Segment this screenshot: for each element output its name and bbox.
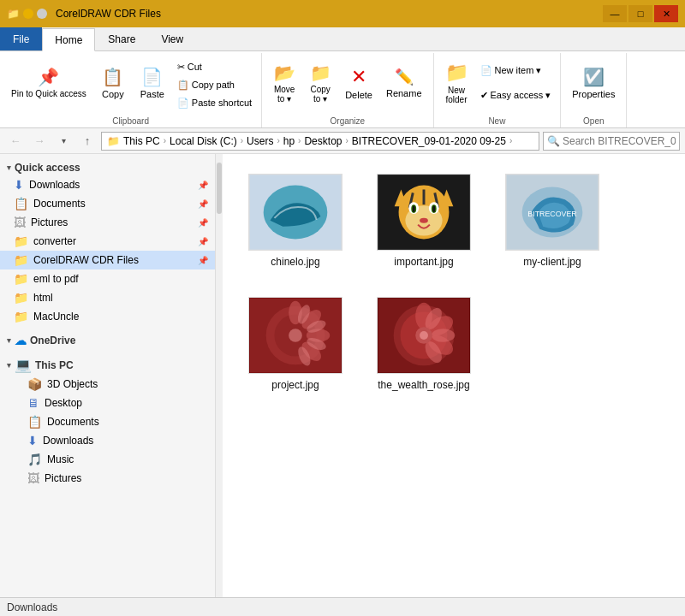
- onedrive-header[interactable]: ▾ ☁ OneDrive: [0, 329, 215, 349]
- copy-path-icon: 📋: [177, 80, 189, 91]
- file-item-wealth[interactable]: the_wealth_rose.jpg: [368, 291, 480, 397]
- tab-file[interactable]: File: [0, 27, 42, 50]
- sidebar-scrollbar[interactable]: [216, 154, 223, 597]
- sidebar-item-3dobjects[interactable]: 📦 3D Objects: [0, 375, 215, 394]
- sep6: ›: [509, 136, 512, 145]
- macuncle-label: MacUncle: [33, 311, 79, 323]
- easy-access-icon: ✔: [480, 90, 488, 101]
- path-part-users: Users: [247, 135, 273, 147]
- tab-view[interactable]: View: [148, 27, 196, 50]
- forward-button[interactable]: →: [29, 131, 50, 151]
- thispc-chevron: ▾: [7, 361, 11, 370]
- sidebar-item-converter[interactable]: 📁 converter 📌: [0, 232, 215, 251]
- new-folder-button[interactable]: 📁 Newfolder: [439, 56, 474, 110]
- minimize-window-btn[interactable]: —: [603, 5, 627, 22]
- sidebar-item-pictures[interactable]: 🖼 Pictures 📌: [0, 213, 215, 232]
- sidebar-item-html[interactable]: 📁 html: [0, 288, 215, 307]
- copy-path-button[interactable]: 📋 Copy path: [173, 76, 256, 93]
- new-item-label: New item: [495, 65, 534, 75]
- file-thumbnail-project: [248, 297, 342, 374]
- file-name-chinelo: chinelo.jpg: [271, 256, 319, 268]
- search-box[interactable]: 🔍: [543, 132, 680, 151]
- new-item-button[interactable]: 📄 New item ▾: [476, 58, 556, 82]
- move-label: Moveto ▾: [274, 85, 295, 104]
- sidebar-item-downloads[interactable]: ⬇ Downloads 📌: [0, 175, 215, 194]
- copy-to-label: Copyto ▾: [310, 85, 330, 104]
- address-path[interactable]: 📁 This PC › Local Disk (C:) › Users › hp…: [101, 132, 539, 151]
- file-item-important[interactable]: important.jpg: [368, 168, 480, 274]
- maximize-window-btn[interactable]: □: [628, 5, 652, 22]
- thispc-label: This PC: [35, 359, 74, 371]
- sidebar-item-macuncle[interactable]: 📁 MacUncle: [0, 307, 215, 326]
- file-item-myclient[interactable]: BITRECOVER my-client.jpg: [497, 168, 608, 274]
- coreldraw-icon: 📁: [14, 253, 28, 267]
- pin-icon-pictures: 📌: [198, 218, 208, 228]
- ribbon-group-new: 📁 Newfolder 📄 New item ▾ ✔ Easy access ▾…: [434, 53, 562, 127]
- sidebar-item-coreldraw[interactable]: 📁 CorelDRAW CDR Files 📌: [0, 251, 215, 270]
- sidebar-item-music[interactable]: 🎵 Music: [0, 450, 215, 469]
- up-button[interactable]: ↑: [77, 131, 98, 151]
- copy-to-button[interactable]: 📁 Copyto ▾: [303, 56, 337, 110]
- tab-home[interactable]: Home: [42, 28, 95, 51]
- desktop-icon: 🖥: [27, 396, 39, 410]
- onedrive-icon: ☁: [15, 334, 27, 347]
- pictures-icon: 🖼: [14, 216, 26, 229]
- pin-to-quick-access-button[interactable]: 📌 Pin to Quick access: [5, 56, 92, 110]
- restore-btn[interactable]: [37, 9, 47, 19]
- easy-access-button[interactable]: ✔ Easy access ▾: [476, 83, 556, 107]
- file-name-myclient: my-client.jpg: [523, 256, 581, 268]
- sidebar-item-emltopdf[interactable]: 📁 eml to pdf: [0, 270, 215, 288]
- organize-buttons: 📂 Moveto ▾ 📁 Copyto ▾ ✕ Delete ✏️ Rename: [267, 56, 427, 115]
- window-icon: 📁: [7, 8, 20, 20]
- project-thumbnail-svg: [249, 297, 342, 374]
- minimize-btn[interactable]: [23, 9, 33, 19]
- pictures-label: Pictures: [31, 216, 68, 228]
- file-name-important: important.jpg: [394, 256, 453, 268]
- file-item-project[interactable]: project.jpg: [240, 291, 351, 397]
- clipboard-small-buttons: ✂ Cut 📋 Copy path 📄 Paste shortcut: [173, 56, 256, 111]
- sep4: ›: [298, 136, 301, 145]
- downloads-icon: ⬇: [14, 178, 24, 192]
- cut-button[interactable]: ✂ Cut: [173, 58, 256, 75]
- copy-button[interactable]: 📋 Copy: [94, 56, 132, 110]
- file-thumbnail-myclient: BITRECOVER: [505, 174, 599, 251]
- status-text: Downloads: [7, 601, 57, 613]
- paste-label: Paste: [140, 89, 164, 99]
- clipboard-label: Clipboard: [112, 115, 149, 126]
- recent-locations-button[interactable]: ▾: [53, 131, 74, 151]
- sidebar-item-documents[interactable]: 📋 Documents 📌: [0, 194, 215, 213]
- sidebar-item-pictures-pc[interactable]: 🖼 Pictures: [0, 469, 215, 488]
- tab-share[interactable]: Share: [95, 27, 148, 50]
- delete-button[interactable]: ✕ Delete: [339, 56, 378, 110]
- file-item-chinelo[interactable]: chinelo.jpg: [240, 168, 351, 274]
- path-part-thispc: This PC: [123, 135, 160, 147]
- quick-access-header[interactable]: ▾ Quick access: [0, 157, 215, 175]
- close-window-btn[interactable]: ✕: [654, 5, 678, 22]
- sidebar-scrollbar-thumb[interactable]: [217, 163, 222, 214]
- copy-label: Copy: [102, 89, 124, 99]
- sidebar-item-desktop[interactable]: 🖥 Desktop: [0, 394, 215, 412]
- quick-access-chevron: ▾: [7, 163, 11, 172]
- emltopdf-label: eml to pdf: [33, 273, 79, 285]
- svg-point-46: [420, 331, 428, 340]
- back-button[interactable]: ←: [5, 131, 26, 151]
- file-thumbnail-important: [377, 174, 471, 251]
- thispc-icon: 💻: [15, 357, 32, 373]
- macuncle-icon: 📁: [14, 310, 28, 323]
- path-icon: 📁: [107, 135, 120, 147]
- pictures-pc-icon: 🖼: [27, 471, 39, 485]
- move-to-button[interactable]: 📂 Moveto ▾: [267, 56, 301, 110]
- svg-point-43: [432, 329, 455, 342]
- sidebar-item-documents-pc[interactable]: 📋 Documents: [0, 412, 215, 431]
- paste-button[interactable]: 📄 Paste: [134, 56, 171, 110]
- sidebar-item-downloads-pc[interactable]: ⬇ Downloads: [0, 431, 215, 450]
- downloads-label: Downloads: [29, 179, 80, 191]
- search-input[interactable]: [563, 135, 676, 147]
- html-label: html: [33, 292, 53, 304]
- paste-shortcut-button[interactable]: 📄 Paste shortcut: [173, 94, 256, 111]
- properties-button[interactable]: ☑️ Properties: [566, 56, 621, 110]
- thispc-header[interactable]: ▾ 💻 This PC: [0, 352, 215, 375]
- rename-button[interactable]: ✏️ Rename: [380, 56, 428, 110]
- organize-label: Organize: [331, 115, 366, 126]
- pin-icon-documents: 📌: [198, 199, 208, 209]
